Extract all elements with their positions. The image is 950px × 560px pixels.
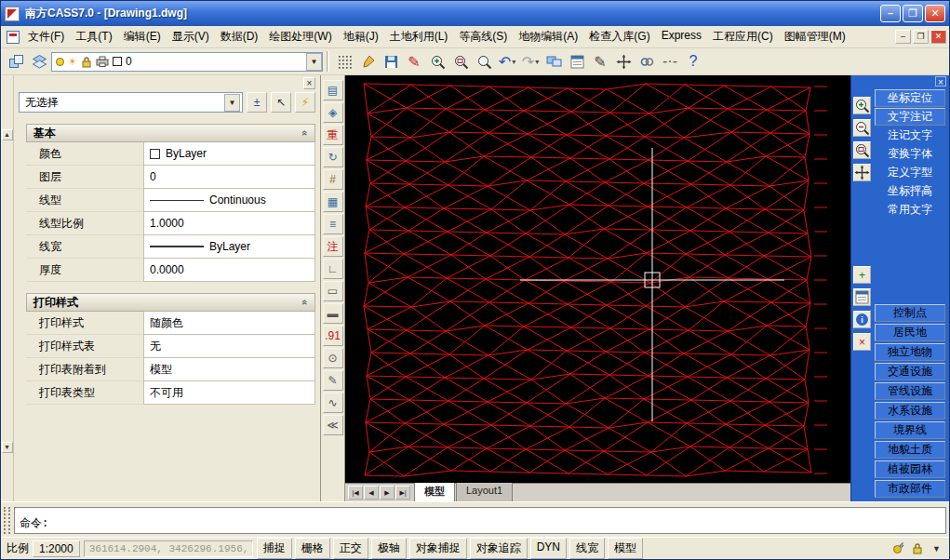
menu-item-10[interactable]: 地物编辑(A) bbox=[513, 26, 583, 47]
screen-menu-item-5[interactable]: 定义字型 bbox=[875, 164, 945, 181]
quick-select-icon[interactable]: ⚡ bbox=[295, 92, 315, 113]
menu-item-6[interactable]: 绘图处理(W) bbox=[263, 26, 337, 47]
annotate-tool-icon[interactable]: 注 bbox=[323, 236, 343, 257]
layer-plot-icon[interactable] bbox=[96, 56, 109, 67]
menu-item-7[interactable]: 地籍(J) bbox=[338, 26, 384, 47]
list-tool-icon[interactable]: ≡ bbox=[323, 214, 343, 234]
circle-tool-icon[interactable]: ⊙ bbox=[323, 348, 343, 368]
prev-tab-button[interactable]: ◀ bbox=[364, 486, 379, 500]
screen-menu-item-6[interactable]: 坐标抨高 bbox=[875, 182, 945, 200]
status-toggle-3[interactable]: 正交 bbox=[333, 538, 368, 559]
redo-icon-dropdown-arrow[interactable]: ▾ bbox=[535, 58, 539, 66]
status-toggle-5[interactable]: 对象捕捉 bbox=[409, 538, 467, 559]
selection-dropdown-arrow-icon[interactable]: ▼ bbox=[224, 94, 240, 112]
collapse-chevron-icon[interactable]: « bbox=[300, 130, 311, 136]
category-button-8[interactable]: 地貌土质 bbox=[875, 441, 945, 459]
draw-cross-icon[interactable]: + bbox=[853, 266, 871, 284]
mdi-close-button[interactable]: ✕ bbox=[930, 30, 946, 44]
property-value[interactable]: 不可用 bbox=[143, 381, 315, 405]
first-tab-button[interactable]: |◀ bbox=[348, 486, 363, 500]
mdi-restore-button[interactable]: ❐ bbox=[913, 30, 929, 44]
rectangle-tool-icon[interactable]: ▭ bbox=[323, 281, 343, 301]
move-icon[interactable] bbox=[612, 50, 635, 73]
layer-lock-icon[interactable] bbox=[81, 56, 92, 68]
undo-icon[interactable]: ↶▾ bbox=[496, 50, 518, 73]
status-toggle-6[interactable]: 对象追踪 bbox=[470, 538, 528, 559]
match-properties-icon[interactable] bbox=[356, 50, 379, 73]
zoom-window-icon[interactable] bbox=[853, 141, 871, 159]
command-window[interactable]: 命令: bbox=[14, 507, 946, 534]
status-toggle-2[interactable]: 栅格 bbox=[295, 538, 330, 559]
close-button[interactable]: ✕ bbox=[925, 5, 945, 22]
category-button-1[interactable]: 控制点 bbox=[875, 304, 945, 322]
tool-palettes-icon[interactable] bbox=[566, 50, 588, 73]
save-icon[interactable] bbox=[380, 50, 402, 73]
info-icon[interactable]: i bbox=[853, 311, 871, 328]
pencil-tool-icon[interactable]: ✎ bbox=[323, 370, 343, 391]
menu-item-12[interactable]: Express bbox=[656, 26, 707, 47]
menu-item-11[interactable]: 检查入库(G) bbox=[583, 26, 655, 47]
next-tab-button[interactable]: ▶ bbox=[380, 486, 395, 500]
rotate-tool-icon[interactable]: ↻ bbox=[323, 147, 343, 167]
screen-menu-item-1[interactable]: 坐标定位 bbox=[875, 89, 945, 107]
scroll-up-icon[interactable]: ▲ bbox=[2, 129, 13, 140]
tab-模型[interactable]: 模型 bbox=[414, 482, 455, 501]
property-value[interactable]: 0 bbox=[143, 166, 315, 189]
status-toggle-8[interactable]: 线宽 bbox=[569, 538, 605, 559]
scale-value-button[interactable]: 1:2000 bbox=[33, 540, 80, 557]
zoom-previous-icon[interactable] bbox=[473, 50, 495, 73]
screen-menu-item-4[interactable]: 变换字体 bbox=[875, 145, 945, 163]
layer-dropdown-arrow-icon[interactable]: ▼ bbox=[306, 53, 322, 71]
section-header[interactable]: 基本« bbox=[26, 124, 315, 142]
category-button-2[interactable]: 居民地 bbox=[875, 324, 945, 341]
scroll-down-icon[interactable]: ▼ bbox=[2, 442, 13, 453]
zoom-realtime-icon[interactable] bbox=[426, 50, 448, 73]
tab-Layout1[interactable]: Layout1 bbox=[456, 482, 513, 501]
screen-menu-item-3[interactable]: 注记文字 bbox=[875, 127, 945, 144]
menu-item-1[interactable]: 文件(F) bbox=[22, 26, 70, 47]
menu-item-14[interactable]: 图幅管理(M) bbox=[779, 26, 851, 47]
status-toggle-4[interactable]: 极轴 bbox=[371, 538, 407, 559]
layer-tool-icon[interactable]: ▤ bbox=[323, 80, 343, 100]
property-value[interactable]: Continuous bbox=[143, 189, 315, 212]
toolbar-lock-icon[interactable] bbox=[909, 540, 926, 556]
section-header[interactable]: 打印样式« bbox=[26, 293, 315, 312]
palette-close-icon[interactable]: × bbox=[303, 77, 315, 89]
design-center-icon[interactable] bbox=[542, 50, 565, 73]
screen-menu-item-7[interactable]: 常用文字 bbox=[875, 201, 945, 219]
layer-on-icon[interactable] bbox=[56, 58, 64, 66]
layer-freeze-icon[interactable]: ☀ bbox=[68, 57, 77, 67]
zoom-in-icon[interactable] bbox=[853, 97, 871, 114]
category-button-5[interactable]: 管线设施 bbox=[875, 382, 945, 400]
layer-dropdown[interactable]: ☀ 0 ▼ bbox=[51, 52, 323, 72]
attach-link-icon[interactable] bbox=[636, 50, 658, 73]
redline-pen-icon[interactable]: ✎ bbox=[403, 50, 425, 73]
mdi-minimize-button[interactable]: – bbox=[895, 30, 911, 44]
dash-dot-icon[interactable]: -·- bbox=[659, 50, 681, 73]
sheet-set-icon[interactable] bbox=[5, 50, 27, 73]
symbol-library-icon[interactable]: ◈ bbox=[323, 102, 343, 123]
grid-tool-icon[interactable]: # bbox=[323, 169, 343, 190]
category-button-4[interactable]: 交通设施 bbox=[875, 363, 945, 380]
redo-icon[interactable]: ↷▾ bbox=[519, 50, 542, 73]
drawing-canvas[interactable] bbox=[345, 75, 850, 483]
property-value[interactable]: ByLayer bbox=[143, 142, 315, 166]
menu-item-9[interactable]: 等高线(S) bbox=[453, 26, 513, 47]
regen-tool-icon[interactable]: 重 bbox=[323, 125, 343, 145]
selection-dropdown[interactable]: 无选择 ▼ bbox=[19, 92, 243, 113]
menu-item-5[interactable]: 数据(D) bbox=[215, 26, 264, 47]
snap-grid-icon[interactable] bbox=[333, 50, 355, 73]
collapse-chevron-icon[interactable]: « bbox=[300, 300, 311, 305]
maximize-button[interactable]: ❐ bbox=[903, 5, 923, 22]
comm-center-icon[interactable] bbox=[889, 540, 905, 556]
category-button-3[interactable]: 独立地物 bbox=[875, 343, 945, 361]
category-button-9[interactable]: 植被园林 bbox=[875, 460, 945, 478]
undo-icon-dropdown-arrow[interactable]: ▾ bbox=[512, 58, 515, 66]
property-value[interactable]: 无 bbox=[143, 335, 315, 358]
pickadd-toggle-icon[interactable]: ± bbox=[247, 92, 267, 113]
status-menu-arrow-icon[interactable]: ▼ bbox=[930, 544, 943, 553]
property-value[interactable]: 0.0000 bbox=[143, 259, 315, 282]
category-button-10[interactable]: 市政部件 bbox=[875, 480, 945, 498]
screen-menu-close-icon[interactable]: × bbox=[935, 76, 946, 87]
zoom-window-icon[interactable] bbox=[449, 50, 472, 73]
